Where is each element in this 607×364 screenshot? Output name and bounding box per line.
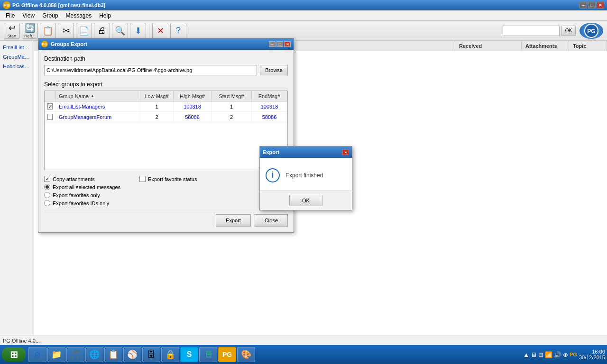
browse-button[interactable]: Browse — [260, 65, 288, 75]
toolbar-sep — [149, 24, 149, 38]
row1-lowmsg: 1 — [140, 101, 174, 111]
taskbar-explorer[interactable]: 📁 — [47, 347, 65, 362]
taskbar-paint[interactable]: 🎨 — [237, 347, 255, 362]
export-favorites-label: Export favorites only — [53, 192, 100, 198]
col-attachments[interactable]: Attachments — [522, 41, 569, 51]
export-favorite-status-checkbox[interactable] — [139, 176, 146, 182]
export-favorites-ids-row: Export favorites IDs only — [44, 200, 120, 206]
col-start-msg[interactable]: Start Msg# — [212, 91, 252, 101]
table-row: ✓ EmailList-Managers 1 100318 1 100318 — [45, 101, 287, 112]
col-group-name[interactable]: Group Name ▲ — [56, 91, 140, 101]
start-button[interactable]: ⊞ — [2, 347, 26, 362]
dialog-minimize-btn[interactable]: ─ — [269, 41, 276, 47]
row2-name[interactable]: GroupManagersForum — [56, 112, 140, 122]
destination-path-input[interactable] — [44, 65, 257, 75]
tray-icon-pg: PG — [570, 352, 577, 357]
export-all-label: Export all selected messages — [53, 184, 120, 190]
taskbar-chrome[interactable]: 🌐 — [85, 347, 103, 362]
row1-startmsg: 1 — [212, 101, 252, 111]
menu-bar: File View Group Messages Help — [0, 10, 607, 21]
search-button[interactable]: OK — [561, 26, 576, 36]
options-left: Copy attachments Export all selected mes… — [44, 176, 120, 206]
groups-table-header: Group Name ▲ Low Msg# High Msg# Start Ms… — [45, 91, 287, 101]
menu-help[interactable]: Help — [95, 11, 115, 20]
toolbar-refresh-btn[interactable]: 🔄 Refr... — [22, 23, 38, 39]
checkbox-visual-1[interactable]: ✓ — [47, 103, 53, 109]
toolbar-cancel-btn[interactable]: ✕ — [152, 23, 168, 39]
groups-export-dialog: PG Groups Export ─ □ ✕ Destination path … — [38, 38, 294, 233]
time-display: 16:00 — [579, 349, 605, 355]
sidebar-item-hobbicast[interactable]: Hobbicast_c... — [0, 62, 34, 71]
row1-checkbox[interactable]: ✓ — [45, 101, 56, 111]
dialog-maximize-btn[interactable]: □ — [276, 41, 283, 47]
col-low-msg[interactable]: Low Msg# — [140, 91, 174, 101]
window-controls: ─ □ ✕ — [579, 2, 604, 9]
menu-view[interactable]: View — [18, 11, 38, 20]
copy-attachments-row: Copy attachments — [44, 176, 120, 182]
col-topic[interactable]: Topic — [569, 41, 607, 51]
taskbar-right: ▲ 🖥 ⊟ 📶 🔊 ⊕ PG 16:00 30/12/2015 — [523, 349, 605, 360]
export-favorites-row: Export favorites only — [44, 192, 120, 198]
window-title: PG Offline 4.0.858 [gmf-test-final.db3] — [12, 2, 579, 8]
export-dialog-footer: OK — [260, 191, 352, 210]
copy-attachments-label: Copy attachments — [53, 176, 95, 182]
taskbar-pgoffline[interactable]: PG — [218, 347, 236, 362]
col-end-msg[interactable]: EndMsg# — [252, 91, 287, 101]
tray-icon-6: ⊕ — [563, 351, 568, 358]
taskbar-baseball[interactable]: ⚾ — [123, 347, 141, 362]
table-empty-space — [45, 122, 287, 170]
export-button[interactable]: Export — [216, 214, 251, 227]
taskbar-clipboard[interactable]: 📋 — [104, 347, 122, 362]
taskbar-screen[interactable]: 🖥 — [199, 347, 217, 362]
toolbar-cut-btn[interactable]: ✂ — [58, 23, 74, 39]
dialog-controls: ─ □ ✕ — [269, 41, 291, 47]
taskbar-ie[interactable]: e — [28, 347, 46, 362]
taskbar-db[interactable]: 🗄 — [142, 347, 160, 362]
toolbar-find-btn[interactable]: 🔍 — [112, 23, 128, 39]
toolbar-download-btn[interactable]: ⬇ — [130, 23, 146, 39]
row2-startmsg: 2 — [212, 112, 252, 122]
menu-group[interactable]: Group — [38, 11, 62, 20]
taskbar-media[interactable]: 🎵 — [66, 347, 84, 362]
groups-export-title: Groups Export — [51, 41, 269, 47]
export-favorites-ids-radio[interactable] — [44, 200, 50, 206]
close-button[interactable]: ✕ — [597, 2, 604, 9]
row1-name[interactable]: EmailList-Managers — [56, 101, 140, 111]
app-icon: PG — [3, 1, 10, 9]
menu-file[interactable]: File — [2, 11, 18, 20]
toolbar-copy-btn[interactable]: 📋 — [40, 23, 56, 39]
col-high-msg[interactable]: High Msg# — [174, 91, 212, 101]
toolbar-print-btn[interactable]: 🖨 — [94, 23, 110, 39]
toolbar-help-btn[interactable]: ? — [170, 23, 186, 39]
tray-icon-5: 🔊 — [554, 351, 561, 358]
options-right: Export favorite status — [139, 176, 197, 206]
close-dialog-button[interactable]: Close — [255, 214, 288, 227]
clock[interactable]: 16:00 30/12/2015 — [579, 349, 605, 360]
sidebar-item-groupmanagers[interactable]: GroupManag... — [0, 52, 34, 62]
row1-endmsg: 100318 — [252, 101, 287, 111]
sort-arrow-icon: ▲ — [91, 94, 94, 98]
dialog-close-btn[interactable]: ✕ — [284, 41, 291, 47]
export-dialog-title-bar: Export × — [260, 146, 352, 158]
checkbox-visual-2[interactable] — [47, 114, 53, 120]
sidebar-item-emaillist[interactable]: EmailList-Ma... — [0, 43, 34, 52]
copy-attachments-checkbox[interactable] — [44, 176, 50, 182]
maximize-button[interactable]: □ — [588, 2, 596, 9]
checkmark-icon: ✓ — [48, 104, 52, 109]
taskbar-skype[interactable]: S — [180, 347, 198, 362]
export-dialog-close-btn[interactable]: × — [342, 149, 349, 155]
toolbar-start-btn[interactable]: ↩ Start — [4, 23, 20, 39]
minimize-button[interactable]: ─ — [579, 2, 587, 9]
export-all-radio[interactable] — [44, 184, 50, 190]
select-groups-label: Select groups to export — [44, 81, 288, 88]
col-received[interactable]: Received — [455, 41, 522, 51]
col-checkbox — [45, 91, 56, 101]
export-ok-button[interactable]: OK — [289, 195, 322, 206]
search-input[interactable] — [503, 26, 560, 36]
taskbar-lock[interactable]: 🔒 — [161, 347, 179, 362]
menu-messages[interactable]: Messages — [62, 11, 96, 20]
row2-lowmsg: 2 — [140, 112, 174, 122]
export-favorites-radio[interactable] — [44, 192, 50, 198]
row2-checkbox[interactable] — [45, 112, 56, 122]
toolbar-paste-btn[interactable]: 📄 — [76, 23, 92, 39]
